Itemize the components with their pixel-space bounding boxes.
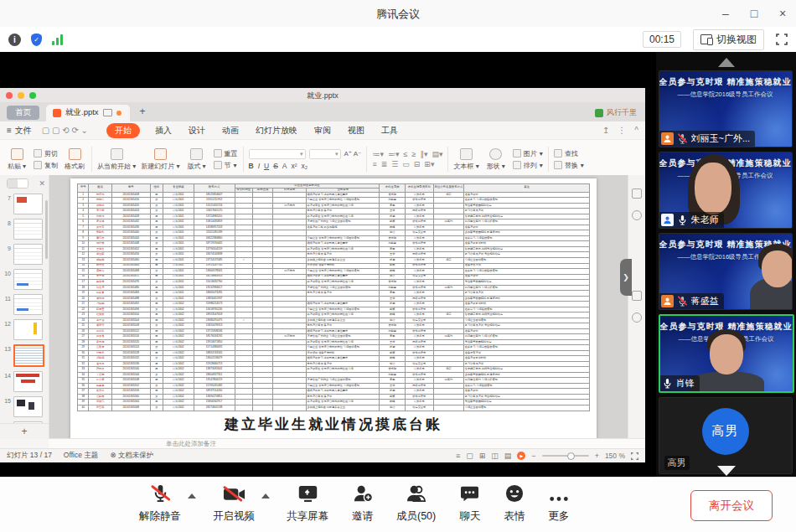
participant-tile-4[interactable]: 全员参与克时艰 精准施策稳就业——信息学院2016级导员工作会议肖锋 [659,314,794,393]
slide-thumbnail-15[interactable]: 15 [0,396,47,417]
zoom-slider-knob[interactable] [567,452,575,460]
wps-menubar-right-icons[interactable]: ↥ ⋮ ^ [602,126,638,135]
slide-thumbnail-7[interactable]: 7 [0,194,47,214]
replace-button[interactable]: 替换 ▾ [554,161,584,170]
close-icon[interactable]: × [776,8,789,19]
participant-tile-3[interactable]: 全员参与克时艰 精准施策稳就业——信息学院2016级导员工作会议蒋盛益 [659,233,793,310]
format-x²-button[interactable]: x² [292,162,297,170]
new-slide-button[interactable]: 新建幻灯片 ▾ [141,148,179,171]
play-from-current-button[interactable]: 从当前开始 ▾ [97,148,136,171]
panel-view-toggle[interactable] [7,178,28,189]
wps-user-account[interactable]: 风行千里 [595,107,637,118]
members-button[interactable]: 成员(50) [385,486,447,524]
add-slide-button[interactable]: + [0,423,49,439]
panel-close-icon[interactable]: ✕ [39,179,45,188]
unmute-button[interactable]: 解除静音 [127,486,193,524]
textbox-button[interactable]: 文本框 ▾ [453,148,478,171]
scroll-down-arrow[interactable] [717,466,736,476]
format-x₂-button[interactable]: x₂ [302,162,308,170]
paragraph-buttons[interactable]: ≔▾≕▾≤≥∥▾▤▾ ≡≣☰▭⊟⊞▾ [372,151,442,168]
maximize-icon[interactable]: □ [747,8,761,19]
filter-settings-icon[interactable] [632,291,642,301]
print-preview-icon[interactable] [632,189,642,199]
format-u-button[interactable]: U [264,162,269,170]
wps-menu-tab-设计[interactable]: 设计 [187,124,207,137]
format-b-button[interactable]: B [249,162,254,170]
meeting-security-shield-icon[interactable]: ✓ [31,34,42,46]
font-size-select[interactable]: ▾ [309,149,341,159]
new-tab-button[interactable]: + [140,106,146,117]
wps-menu-tab-工具[interactable]: 工具 [380,124,400,137]
share-screen-button[interactable]: 共享屏幕 [275,486,340,524]
slide-thumbnail-8[interactable]: 8 [0,219,47,240]
wps-doc-tab[interactable]: 就业.pptx [46,105,130,121]
arrange-button[interactable]: 排列 ▾ [513,161,543,170]
thumbnail-number: 9 [0,244,11,251]
participant-tile-1[interactable]: 全员参与克时艰 精准施策稳就业——信息学院2016级导员工作会议刘丽玉~广外..… [659,70,793,147]
copy-icon [34,161,42,169]
fit-screen-icon[interactable] [631,452,638,460]
chat-button[interactable]: 聊天 [447,486,492,524]
clock-icon[interactable] [632,312,642,323]
history-clock-icon[interactable] [632,210,642,220]
format-i-button[interactable]: I [258,162,260,170]
format-s-button[interactable]: S [273,162,278,170]
participant-tile-5[interactable]: 高男高男 [659,397,793,474]
leave-meeting-button[interactable]: 离开会议 [690,490,773,521]
slideshow-play-button[interactable]: ▶ [517,452,525,460]
slide-thumbnail-10[interactable]: 10 [0,269,47,290]
slide-thumbnail-14[interactable]: 14 [0,371,47,392]
slide-thumbnail-12[interactable]: 12 [0,319,47,340]
picture-button[interactable]: 图片 ▾ [513,149,543,158]
paste-button[interactable]: 粘贴 ▾ [5,148,28,171]
slide-thumbnail-9[interactable]: 9 [0,244,47,265]
font-family-select[interactable]: ▾ [249,149,306,159]
format-a-button[interactable]: A [282,162,287,170]
normal-view-icon[interactable]: ▢ [466,452,473,460]
zoom-in-icon[interactable]: + [595,452,599,460]
wps-menu-tab-开始[interactable]: 开始 [106,123,140,138]
start-video-button[interactable]: 开启视频 [201,486,266,524]
grid-view-icon[interactable]: ⊞ [479,452,486,460]
reset-button[interactable]: 重置 [214,149,238,158]
slide-thumbnail-13[interactable]: 13 [0,344,47,367]
cut-button[interactable]: 剪切 [34,149,58,158]
notes-view-icon[interactable]: ≡ [456,452,460,460]
zoom-out-icon[interactable]: − [531,452,535,460]
wps-menu-tab-幻灯片放映[interactable]: 幻灯片放映 [254,124,299,137]
meeting-info-icon[interactable]: i [8,34,21,46]
wps-quick-icons[interactable]: ▢ ▢ ⟲ ⟳ ⌄ [42,126,88,135]
split-view-icon[interactable]: ◫ [491,452,499,460]
switch-view-button[interactable]: 切换视图 [693,29,764,50]
wps-menu-tab-审阅[interactable]: 审阅 [313,124,333,137]
slide-thumbnail-11[interactable]: 11 [0,294,47,315]
section-button[interactable]: 节 ▾ [214,161,238,170]
find-button[interactable]: 查找 [554,149,584,158]
fullscreen-icon[interactable] [776,34,788,45]
copy-button[interactable]: 复制 [34,161,58,170]
wps-file-menu[interactable]: ≡ 文件 [7,125,32,137]
play-notes-icon[interactable]: ▤ [504,452,512,460]
scroll-up-arrow[interactable] [718,58,735,67]
more-dots-icon[interactable]: ⋮ [618,126,626,135]
layout-button[interactable]: 版式 ▾ [185,148,209,171]
shape-button[interactable]: 形状 ▾ [484,148,508,171]
minimize-icon[interactable]: – [719,8,732,19]
wps-menu-tab-动画[interactable]: 动画 [220,124,240,137]
participant-tile-2[interactable]: 全员参与克时艰 精准施策稳就业——信息学院2016级导员工作会议朱老师 [659,152,793,229]
wps-home-tab[interactable]: 首页 [7,106,39,120]
invite-button[interactable]: 邀请 [340,486,385,524]
wps-menu-tab-插入[interactable]: 插入 [153,124,173,137]
current-slide[interactable]: 序号姓名学号性别专业班级联系方式毕业生就业意向调查本科生导师本科生辅导员系别单位… [70,178,597,440]
share-icon[interactable]: ↥ [602,126,609,135]
employment-roster-table: 序号姓名学号性别专业班级联系方式毕业生就业意向调查本科生导师本科生辅导员系别单位… [77,183,590,411]
panel-collapse-handle[interactable]: ❯ [620,259,632,296]
thumbnail-scrollbar[interactable] [45,200,48,259]
wps-menu-tab-视图[interactable]: 视图 [346,124,366,137]
emoji-button[interactable]: 表情 [492,486,536,524]
format-painter-button[interactable]: 格式刷 [63,148,86,171]
collapse-ribbon-icon[interactable]: ^ [634,126,638,135]
wps-logo-icon [53,109,61,117]
zoom-slider[interactable] [542,455,589,457]
more-button[interactable]: 更多 [536,486,581,524]
